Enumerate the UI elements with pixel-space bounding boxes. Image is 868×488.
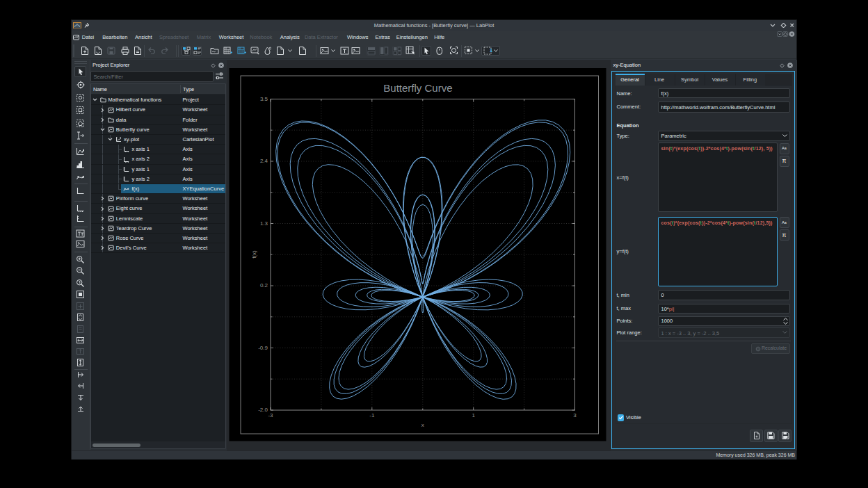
svg-text:1.3: 1.3: [260, 220, 268, 227]
svg-text:-0.9: -0.9: [258, 345, 268, 351]
svg-text:0.2: 0.2: [260, 282, 268, 288]
svg-text:-2.0: -2.0: [258, 407, 268, 413]
svg-text:3: 3: [573, 412, 577, 418]
svg-text:1: 1: [472, 412, 475, 418]
svg-text:-3: -3: [268, 412, 273, 418]
svg-text:2.4: 2.4: [260, 158, 268, 164]
svg-text:3.5: 3.5: [260, 96, 268, 102]
svg-text:-1: -1: [369, 412, 375, 418]
svg-text:Butterfly Curve: Butterfly Curve: [383, 82, 452, 94]
svg-text:f(x): f(x): [251, 250, 257, 259]
svg-text:x: x: [421, 422, 424, 428]
